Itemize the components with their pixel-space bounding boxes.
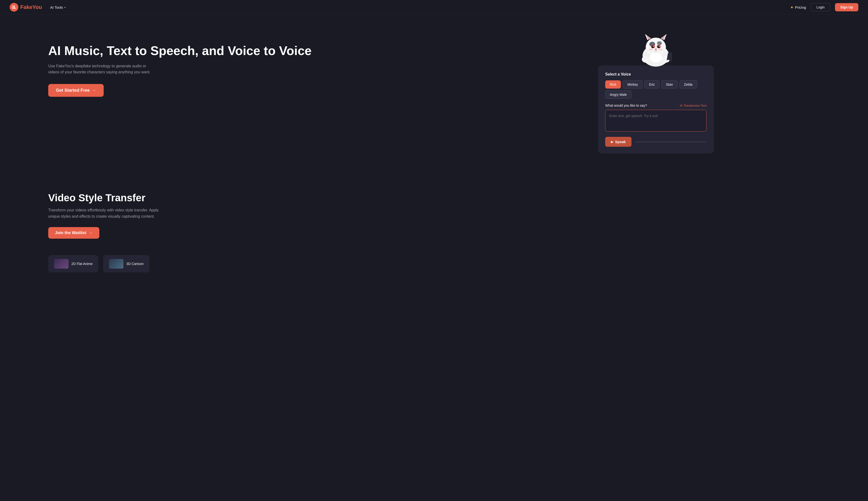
svg-point-19	[659, 49, 662, 51]
hero-section: AI Music, Text to Speech, and Voice to V…	[0, 15, 868, 173]
join-waitlist-button[interactable]: Join the Waitlist →	[48, 227, 99, 239]
navbar-left: FakeYou AI Tools ▾	[10, 3, 68, 12]
style-card-preview-anime	[54, 259, 68, 269]
speak-label: Speak	[615, 140, 626, 144]
svg-point-15	[653, 46, 654, 47]
style-cards-row: 2D Flat Anime 3D Cartoon	[48, 255, 858, 273]
svg-point-18	[649, 49, 653, 51]
voice-btn-stan[interactable]: Stan	[661, 81, 678, 88]
voice-btn-eric[interactable]: Eric	[645, 81, 659, 88]
voice-options: Rick Mickey Eric Stan Zelda Angry Male	[605, 81, 706, 99]
signup-button[interactable]: Sign Up	[835, 3, 858, 11]
ai-tools-button[interactable]: AI Tools ▾	[48, 4, 68, 11]
style-card-label-cartoon: 3D Cartoon	[127, 262, 144, 266]
svg-point-10	[657, 41, 662, 45]
play-icon: ▶	[611, 140, 613, 143]
chevron-down-icon: ▾	[64, 6, 66, 9]
svg-point-13	[652, 46, 654, 48]
video-style-title: Video Style Transfer	[48, 192, 858, 204]
hero-left: AI Music, Text to Speech, and Voice to V…	[48, 29, 413, 97]
video-style-section: Video Style Transfer Transform your vide…	[0, 173, 868, 287]
style-card-3d-cartoon: 3D Cartoon	[103, 255, 150, 273]
navbar: FakeYou AI Tools ▾ ★ Pricing Login Sign …	[0, 0, 868, 15]
mascot-image	[632, 29, 680, 68]
arrow-right-icon-2: →	[89, 231, 92, 235]
speech-text-input[interactable]	[605, 110, 706, 131]
mascot-container	[632, 29, 680, 68]
voice-card-title: Select a Voice	[605, 72, 706, 76]
svg-point-17	[655, 49, 657, 50]
star-icon: ★	[790, 5, 793, 9]
svg-point-16	[659, 46, 660, 47]
what-say-header: What would you like to say? ⇄ Randomize …	[605, 104, 706, 107]
voice-card: Select a Voice Rick Mickey Eric Stan Zel…	[598, 65, 714, 153]
svg-point-22	[650, 53, 662, 63]
voice-btn-angry-male[interactable]: Angry Male	[605, 90, 631, 99]
ai-tools-label: AI Tools	[50, 5, 63, 9]
svg-point-1	[13, 7, 14, 8]
get-started-button[interactable]: Get Started Free →	[48, 84, 104, 97]
shuffle-icon: ⇄	[680, 104, 683, 107]
get-started-label: Get Started Free	[56, 88, 90, 93]
svg-point-14	[658, 46, 660, 48]
voice-btn-zelda[interactable]: Zelda	[680, 81, 697, 88]
hero-subtitle: Use FakeYou's deepfake technology to gen…	[48, 63, 154, 75]
hero-right: Select a Voice Rick Mickey Eric Stan Zel…	[453, 29, 858, 153]
pricing-link[interactable]: ★ Pricing	[790, 5, 806, 9]
pricing-label: Pricing	[795, 5, 806, 9]
hero-title: AI Music, Text to Speech, and Voice to V…	[48, 44, 413, 58]
voice-btn-mickey[interactable]: Mickey	[623, 81, 642, 88]
login-button[interactable]: Login	[811, 3, 830, 11]
randomize-button[interactable]: ⇄ Randomize Text	[680, 104, 706, 107]
video-style-subtitle: Transform your videos effortlessly with …	[48, 207, 169, 220]
logo-icon	[10, 3, 18, 12]
randomize-label: Randomize Text	[684, 104, 706, 107]
voice-btn-rick[interactable]: Rick	[605, 81, 621, 88]
what-say-label: What would you like to say?	[605, 104, 647, 107]
join-waitlist-label: Join the Waitlist	[55, 231, 86, 235]
style-card-2d-anime: 2D Flat Anime	[48, 255, 98, 273]
svg-point-20	[642, 56, 650, 63]
svg-point-2	[14, 7, 15, 8]
audio-progress-bar	[635, 142, 706, 142]
navbar-right: ★ Pricing Login Sign Up	[790, 3, 858, 11]
style-card-preview-cartoon	[109, 259, 123, 269]
arrow-right-icon: →	[92, 88, 96, 93]
speak-row: ▶ Speak	[605, 137, 706, 147]
style-card-label-anime: 2D Flat Anime	[72, 262, 92, 266]
logo[interactable]: FakeYou	[10, 3, 42, 12]
speak-button[interactable]: ▶ Speak	[605, 137, 631, 147]
logo-text: FakeYou	[20, 4, 42, 10]
